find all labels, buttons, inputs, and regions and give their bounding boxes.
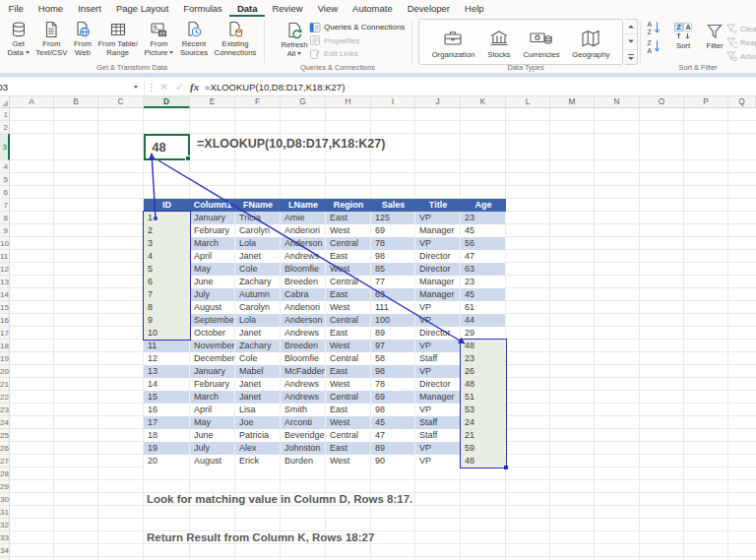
table-cell[interactable]: Lisa <box>235 404 281 416</box>
row-header-1[interactable]: 1 <box>0 108 10 121</box>
tab-automate[interactable]: Automate <box>346 1 401 17</box>
row-header-4[interactable]: 4 <box>0 160 10 173</box>
column-header-I[interactable]: I <box>371 96 415 107</box>
row-header-18[interactable]: 18 <box>0 340 10 352</box>
table-cell[interactable]: June <box>190 429 235 442</box>
table-cell[interactable]: Zachary <box>235 276 281 288</box>
table-cell[interactable]: 19 <box>144 442 190 455</box>
table-cell[interactable]: Zachary <box>235 340 281 352</box>
table-cell[interactable]: May <box>190 416 235 429</box>
active-cell-d3[interactable]: 48 <box>144 134 190 160</box>
table-cell[interactable]: Andrews <box>281 327 326 340</box>
table-cell[interactable]: Director <box>415 378 461 391</box>
tab-help[interactable]: Help <box>458 1 492 17</box>
select-all-corner[interactable] <box>0 96 10 107</box>
row-header-3[interactable]: 3 <box>0 134 10 160</box>
data-type-currencies[interactable]: Currencies <box>523 25 559 59</box>
row-header-32[interactable]: 32 <box>0 519 10 531</box>
table-cell[interactable]: Central <box>326 429 371 442</box>
table-cell[interactable]: 17 <box>144 416 190 429</box>
table-cell[interactable]: VP <box>415 340 461 352</box>
table-cell[interactable]: Cole <box>235 263 281 276</box>
table-header-cell[interactable]: Age <box>461 199 506 212</box>
table-cell[interactable]: Andrews <box>281 250 326 263</box>
table-cell[interactable]: 47 <box>371 429 415 442</box>
row-header-13[interactable]: 13 <box>0 276 10 288</box>
queries-connections-button[interactable]: Queries & Connections <box>309 21 405 34</box>
table-cell[interactable]: 63 <box>371 288 415 301</box>
tab-data[interactable]: Data <box>229 1 265 17</box>
table-cell[interactable]: 20 <box>144 455 190 467</box>
table-cell[interactable]: Manager <box>415 288 461 301</box>
table-cell[interactable]: 78 <box>371 378 415 391</box>
table-cell[interactable]: 11 <box>144 340 190 352</box>
from-table-range-button[interactable]: From Table/ Range <box>97 17 137 57</box>
row-header-22[interactable]: 22 <box>0 391 10 404</box>
column-header-N[interactable]: N <box>595 96 640 107</box>
table-cell[interactable]: Director <box>415 263 461 276</box>
row-header-2[interactable]: 2 <box>0 121 10 134</box>
gallery-scroll-up-button[interactable] <box>625 20 637 34</box>
row-header-25[interactable]: 25 <box>0 429 10 442</box>
table-cell[interactable]: 85 <box>371 263 415 276</box>
data-type-stocks[interactable]: Stocks <box>487 25 511 59</box>
table-cell[interactable]: McFadden <box>281 365 326 378</box>
table-cell[interactable]: 98 <box>371 365 415 378</box>
table-cell[interactable]: West <box>326 301 371 314</box>
column-header-E[interactable]: E <box>190 96 235 107</box>
tab-review[interactable]: Review <box>265 1 310 17</box>
properties-button[interactable]: Properties <box>309 34 405 48</box>
table-cell[interactable]: VP <box>415 442 461 455</box>
column-header-B[interactable]: B <box>54 96 98 107</box>
table-cell[interactable]: January <box>190 365 235 378</box>
clear-filter-button[interactable]: Clear <box>725 22 756 35</box>
table-cell[interactable]: Bloomfie <box>281 352 326 365</box>
table-cell[interactable]: 69 <box>371 391 415 404</box>
table-cell[interactable]: Patricia <box>235 429 281 442</box>
table-cell[interactable]: February <box>190 378 235 391</box>
row-header-6[interactable]: 6 <box>0 186 10 199</box>
sort-ascending-button[interactable]: A Z <box>645 20 662 35</box>
table-cell[interactable]: 13 <box>144 365 190 378</box>
table-cell[interactable]: 97 <box>371 340 415 352</box>
table-cell[interactable]: December <box>190 352 235 365</box>
table-cell[interactable]: Burden <box>281 455 326 467</box>
row-header-33[interactable]: 33 <box>0 531 10 544</box>
table-cell[interactable]: VP <box>415 314 461 327</box>
advanced-filter-button[interactable]: Advanced <box>725 49 756 63</box>
data-type-geography[interactable]: Geography <box>572 25 609 59</box>
table-cell[interactable]: Beveridge <box>281 429 326 442</box>
table-header-cell[interactable]: LName <box>281 199 326 212</box>
table-cell[interactable]: 61 <box>461 301 506 314</box>
gallery-scroll-down-button[interactable] <box>625 34 637 49</box>
column-header-G[interactable]: G <box>281 96 326 107</box>
table-cell[interactable]: 18 <box>144 429 190 442</box>
from-picture-button[interactable]: From Picture <box>144 17 173 57</box>
table-cell[interactable]: 23 <box>461 212 506 224</box>
note-lookup-text[interactable]: Look for matching value in Column D, Row… <box>147 493 412 505</box>
table-cell[interactable]: West <box>326 340 371 352</box>
table-cell[interactable]: January <box>190 212 235 224</box>
get-data-button[interactable]: Get Data <box>8 17 30 57</box>
table-cell[interactable]: Janet <box>235 327 281 340</box>
table-cell[interactable]: 16 <box>144 404 190 416</box>
table-cell[interactable]: Staff <box>415 429 461 442</box>
table-cell[interactable]: February <box>190 224 235 237</box>
table-cell[interactable]: 89 <box>371 327 415 340</box>
table-cell[interactable]: Janet <box>235 378 281 391</box>
table-cell[interactable]: 23 <box>461 276 506 288</box>
table-cell[interactable]: Central <box>326 237 371 250</box>
row-header-15[interactable]: 15 <box>0 301 10 314</box>
table-cell[interactable]: West <box>326 263 371 276</box>
tab-formulas[interactable]: Formulas <box>176 1 230 17</box>
column-header-D[interactable]: D <box>144 96 190 108</box>
tab-file[interactable]: File <box>1 1 31 17</box>
table-cell[interactable]: October <box>190 327 235 340</box>
table-cell[interactable]: Johnston <box>281 442 326 455</box>
table-cell[interactable]: Andenori <box>281 224 326 237</box>
row-header-17[interactable]: 17 <box>0 327 10 340</box>
table-cell[interactable]: July <box>190 442 235 455</box>
table-cell[interactable]: 47 <box>461 250 506 263</box>
table-cell[interactable]: Andrews <box>281 391 326 404</box>
table-cell[interactable]: Bloomfie <box>281 263 326 276</box>
